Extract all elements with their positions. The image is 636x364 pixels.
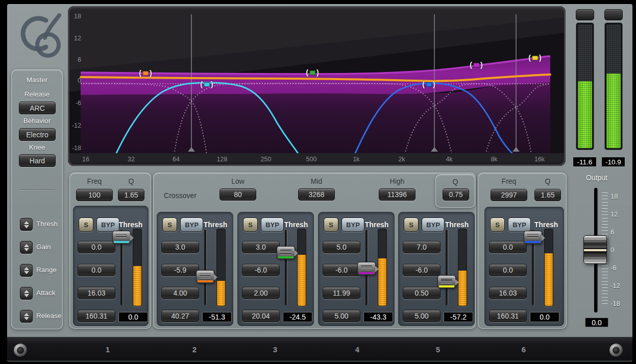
left-meter-readout: -11.6 xyxy=(573,157,597,167)
crossover-mid-value[interactable]: 3268 xyxy=(298,188,335,201)
band-2-range-value[interactable]: -5.9 xyxy=(161,264,199,276)
band-4-release-value[interactable]: 5.00 xyxy=(323,310,360,322)
slider-grooves xyxy=(361,265,372,271)
slider-color-stripe xyxy=(114,241,129,243)
marker-bracket: ) xyxy=(480,61,483,68)
band-5-meter-fill xyxy=(458,271,467,306)
down-arrow-icon xyxy=(24,317,29,320)
x-axis-tick: 250 xyxy=(261,156,272,163)
band-1-gain-value[interactable]: 0.0 xyxy=(78,241,115,253)
crossover-high-label: High xyxy=(379,177,415,185)
band-6-marker[interactable]: () xyxy=(422,81,435,88)
band-5-marker[interactable]: () xyxy=(528,54,541,61)
band-5-attack-value[interactable]: 0.50 xyxy=(403,287,441,299)
band-6-freq-value[interactable]: 2997 xyxy=(491,189,527,201)
fader-scale-label: -6 xyxy=(610,264,629,272)
band-number-4: 4 xyxy=(355,345,359,354)
band-2-solo-button[interactable]: S xyxy=(162,217,177,232)
band-1-release-value[interactable]: 160.31 xyxy=(78,310,115,322)
arc-button[interactable]: ARC xyxy=(19,102,56,114)
slider-arrow-icon xyxy=(130,235,134,241)
band-4-gain-value[interactable]: 5.0 xyxy=(323,241,360,253)
crossover-low-value[interactable]: 80 xyxy=(219,188,256,201)
band-1-freq-value[interactable]: 100 xyxy=(76,189,113,201)
band-3-range-value[interactable]: -6.0 xyxy=(242,264,280,276)
band-3-solo-button[interactable]: S xyxy=(243,217,258,232)
band-marker-dot xyxy=(204,82,210,87)
y-axis-tick: 6 xyxy=(68,56,81,63)
y-axis-tick: 12 xyxy=(68,35,81,42)
band-6-q-value[interactable]: 1.65 xyxy=(534,189,561,201)
x-axis-tick: 4k xyxy=(446,156,452,163)
range-stepper[interactable] xyxy=(20,264,33,277)
band-1-q-value[interactable]: 1.65 xyxy=(118,189,144,201)
knee-button[interactable]: Hard xyxy=(19,154,56,167)
band-2-marker[interactable]: () xyxy=(139,69,152,77)
band-4-marker[interactable]: () xyxy=(470,61,482,68)
fader-scale-label: 0 xyxy=(610,246,629,254)
attack-stepper[interactable] xyxy=(20,287,33,300)
band-1-marker[interactable]: () xyxy=(200,81,213,88)
band-3-marker[interactable]: () xyxy=(306,69,319,76)
band-1-solo-button[interactable]: S xyxy=(79,217,93,232)
frequency-response-display: 18 12 6 0 -6 -12 -18 16 32 64 128 250 50… xyxy=(68,6,566,166)
right-meter-clip-button[interactable] xyxy=(604,9,623,20)
band-2-thresh-label: Thresh xyxy=(199,221,232,229)
gain-stepper[interactable] xyxy=(20,241,33,254)
knee-label: Knee xyxy=(12,143,62,151)
band-2-attack-value[interactable]: 4.00 xyxy=(161,287,199,299)
crossover-label: Crossover xyxy=(160,191,201,200)
release-stepper[interactable] xyxy=(20,310,33,323)
band-3-controls: S BYP Thresh 3.0 -6.0 2.00 20.04 -24.5 xyxy=(237,212,314,326)
output-fader-handle[interactable] xyxy=(583,235,607,264)
band-6-release-value[interactable]: 160.31 xyxy=(489,310,527,322)
band-4-attack-value[interactable]: 11.99 xyxy=(323,287,360,299)
band-6-range-value[interactable]: 0.0 xyxy=(489,264,527,276)
band-5-thresh-slider[interactable] xyxy=(437,275,456,288)
band-1-controls: S BYP Thresh 0.0 0.0 16.03 160.31 0.0 xyxy=(73,206,149,326)
master-label: Master xyxy=(12,76,62,84)
output-meter-right-fill xyxy=(606,74,621,148)
band-2-meter-fill xyxy=(217,281,225,306)
band-5-solo-button[interactable]: S xyxy=(404,217,419,232)
slider-arrow-icon xyxy=(542,235,545,241)
behavior-button[interactable]: Electro xyxy=(19,128,56,141)
band-3-release-value[interactable]: 20.04 xyxy=(242,310,280,322)
band-1-attack-value[interactable]: 16.03 xyxy=(78,287,115,299)
band-1-thresh-slider[interactable] xyxy=(112,231,131,244)
band-2-thresh-slider[interactable] xyxy=(196,270,214,283)
slider-color-stripe xyxy=(439,285,454,287)
band-4-range-value[interactable]: -6.0 xyxy=(323,264,360,276)
band-marker-dot xyxy=(142,71,149,76)
band-6-gain-value[interactable]: 0.0 xyxy=(489,241,527,253)
band-6-solo-button[interactable]: S xyxy=(490,217,505,232)
crossover-high-value[interactable]: 11396 xyxy=(379,188,415,201)
band-4-solo-button[interactable]: S xyxy=(324,217,338,232)
band-3-gain-value[interactable]: 3.0 xyxy=(242,241,280,253)
marker-bracket: ) xyxy=(539,54,542,61)
band-1-range-value[interactable]: 0.0 xyxy=(78,264,115,276)
band-6-thresh-readout: 0.0 xyxy=(530,312,559,322)
slider-arrow-icon xyxy=(295,250,298,256)
band-3-attack-value[interactable]: 2.00 xyxy=(242,287,280,299)
crossover-q-label: Q xyxy=(436,178,475,186)
band-5-gain-value[interactable]: 7.0 xyxy=(403,241,441,253)
output-value-readout: 0.0 xyxy=(585,318,608,327)
thresh-stepper[interactable] xyxy=(20,218,33,231)
band-5-release-value[interactable]: 5.00 xyxy=(403,310,441,322)
crossover-q-value[interactable]: 0.75 xyxy=(443,188,469,201)
left-meter-clip-button[interactable] xyxy=(576,9,594,20)
band-3-thresh-slider[interactable] xyxy=(277,246,295,259)
band-6-thresh-slider[interactable] xyxy=(524,231,542,244)
band-5-range-value[interactable]: -6.0 xyxy=(403,264,441,276)
band-4-thresh-slider[interactable] xyxy=(357,262,376,275)
band-2-release-value[interactable]: 40.27 xyxy=(161,310,199,322)
fader-scale-label: 18 xyxy=(610,192,629,200)
band-1-thresh-label: Thresh xyxy=(114,221,147,229)
band-2-gain-value[interactable]: 3.0 xyxy=(161,241,199,253)
band-4-thresh-label: Thresh xyxy=(360,221,393,229)
band-5-controls: S BYP Thresh 7.0 -6.0 0.50 5.00 -57.2 xyxy=(398,212,475,326)
up-arrow-icon xyxy=(24,221,29,224)
attack-stepper-label: Attack xyxy=(36,289,56,297)
band-6-attack-value[interactable]: 16.03 xyxy=(489,287,527,299)
